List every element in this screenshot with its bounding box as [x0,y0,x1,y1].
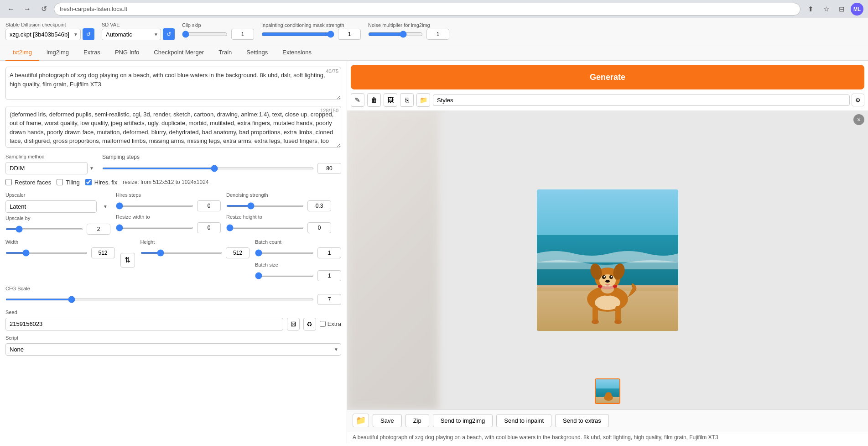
positive-prompt-input[interactable]: A beautiful photograph of xzg dog playin… [5,67,341,100]
tab-settings[interactable]: Settings [239,44,275,61]
clip-skip-value[interactable] [231,29,254,40]
reload-button[interactable]: ↺ [37,3,50,16]
negative-prompt-input[interactable]: (deformed iris, deformed pupils, semi-re… [5,106,341,148]
hires-fix-checkbox[interactable] [85,179,92,185]
cfg-label: CFG Scale [5,286,341,291]
copy-icon-button[interactable]: ⎘ [400,93,414,107]
noise-slider[interactable] [368,31,423,38]
extra-checkbox-label: Extra [320,320,341,327]
send-extras-button[interactable]: Send to extras [555,414,609,427]
resize-width-value[interactable] [197,222,221,233]
seed-recycle-button[interactable]: ♻ [303,318,316,331]
cfg-slider[interactable] [5,299,314,300]
upscaler-select[interactable]: Latent [5,200,97,213]
vae-refresh-icon[interactable]: ↺ [163,28,175,40]
sampling-steps-value[interactable] [317,163,341,174]
folder-icon-button[interactable]: 📁 [416,93,430,107]
tab-checkpoint-merger[interactable]: Checkpoint Merger [146,44,211,61]
denoising-slider[interactable] [226,205,304,207]
denoising-value[interactable] [307,200,331,211]
generate-button[interactable]: Generate [351,65,864,89]
upscale-by-slider[interactable] [5,228,83,230]
hires-col-1: Upscaler Latent ▼ Upscale by [5,192,110,235]
height-slider[interactable] [140,252,223,254]
batch-count-slider[interactable] [255,252,314,254]
batch-count-label: Batch count [255,239,341,245]
send-inpaint-button[interactable]: Send to inpaint [496,414,551,427]
hires-steps-slider[interactable] [116,205,193,207]
sampling-steps-slider[interactable] [102,168,314,169]
inpainting-label: Inpainting conditioning mask strength [261,22,353,28]
right-panel: Generate ✎ 🗑 🖼 ⎘ 📁 Styles ⚙ [347,61,868,443]
negative-prompt-area: 128/150 (deformed iris, deformed pupils,… [5,106,341,149]
url-bar[interactable]: fresh-carpets-listen.loca.lt [54,3,800,16]
tiling-label: Tiling [66,179,80,186]
browser-chrome: ← → ↺ fresh-carpets-listen.loca.lt ⬆ ☆ ⊟… [0,0,868,18]
image-icon-button[interactable]: 🖼 [384,93,397,107]
batch-size-slider[interactable] [255,275,314,277]
open-folder-button[interactable]: 📁 [353,414,369,427]
resize-width-slider[interactable] [116,227,193,229]
positive-prompt-counter: 40/75 [326,68,338,74]
tiling-checkbox[interactable] [57,179,63,185]
extra-checkbox[interactable] [320,321,326,327]
clip-skip-slider[interactable] [182,31,228,38]
width-value[interactable] [91,247,115,258]
inpainting-slider[interactable] [261,31,334,38]
tab-img2img[interactable]: img2img [39,44,76,61]
sampling-method-select[interactable]: DDIM [5,162,88,174]
checkpoint-refresh-icon[interactable]: ↺ [83,28,94,40]
cfg-section: CFG Scale [5,286,341,305]
seed-input[interactable] [5,318,283,331]
zip-button[interactable]: Zip [405,414,429,427]
star-icon[interactable]: ☆ [820,3,832,16]
tab-txt2img[interactable]: txt2img [5,44,39,61]
tab-png-info[interactable]: PNG Info [108,44,146,61]
restore-faces-label: Restore faces [15,179,51,186]
restore-faces-checkbox[interactable] [5,179,12,185]
seed-row: ⚄ ♻ Extra [5,318,341,331]
resize-height-value[interactable] [307,222,331,233]
noise-value[interactable] [426,29,449,40]
checkpoint-select[interactable]: xzg.ckpt [3b403b546b] [5,29,81,40]
height-value[interactable] [226,247,249,258]
thumbnail-1[interactable] [595,378,620,404]
edit-icon-button[interactable]: ✎ [351,93,364,107]
cfg-value[interactable] [317,294,341,305]
upscaler-select-wrapper: Latent ▼ [5,200,110,213]
hires-steps-value[interactable] [197,200,221,211]
svg-point-25 [605,392,612,398]
trash-icon-button[interactable]: 🗑 [367,93,381,107]
batch-count-value[interactable] [317,247,341,258]
inpainting-value[interactable] [338,29,361,40]
upscale-by-value[interactable] [87,224,110,235]
resize-height-slider[interactable] [226,227,304,229]
hires-col-2: Hires steps Resize width to [116,192,221,235]
tab-extensions[interactable]: Extensions [275,44,319,61]
hires-fix-checkbox-label: Hires. fix [85,179,118,186]
script-select[interactable]: None [5,343,341,356]
clip-skip-group: Clip skip [182,22,254,40]
width-slider[interactable] [5,252,88,254]
sampling-steps-label: Sampling steps [102,154,341,160]
hires-resize-text: resize: from 512x512 to 1024x1024 [123,179,208,185]
svg-point-20 [601,284,614,294]
image-caption-text: A beautiful photograph of xzg dog playin… [353,434,718,441]
extension-icon[interactable]: ⊟ [835,3,848,16]
avatar[interactable]: ML [851,3,863,16]
swap-dimensions-button[interactable]: ⇅ [120,253,135,268]
save-button[interactable]: Save [373,414,402,427]
share-icon[interactable]: ⬆ [804,3,817,16]
forward-button[interactable]: → [21,3,34,16]
batch-size-value[interactable] [317,270,341,281]
back-button[interactable]: ← [5,3,17,16]
generated-image-container [347,110,868,409]
seed-dice-button[interactable]: ⚄ [287,318,300,331]
styles-select[interactable]: Styles [433,94,850,106]
tab-train[interactable]: Train [211,44,239,61]
send-img2img-button[interactable]: Send to img2img [433,414,493,427]
vae-select[interactable]: Automatic [102,29,161,40]
browser-actions: ⬆ ☆ ⊟ ML [804,3,863,16]
tab-extras[interactable]: Extras [76,44,108,61]
styles-gear-button[interactable]: ⚙ [852,94,864,106]
